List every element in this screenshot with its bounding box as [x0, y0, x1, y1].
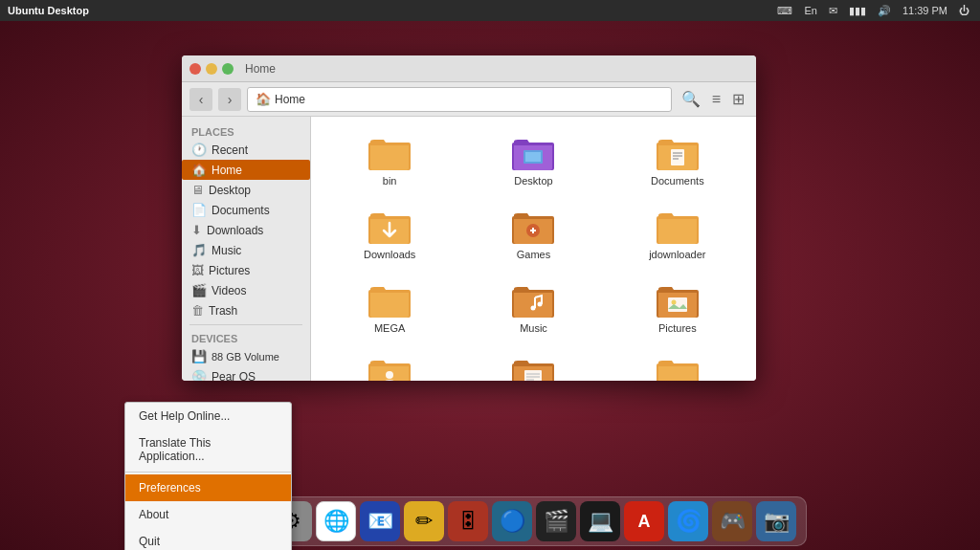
sidebar-item-desktop[interactable]: 🖥 Desktop	[182, 180, 310, 200]
88gb-label: 88 GB Volume	[212, 351, 279, 363]
back-button[interactable]: ‹	[189, 88, 212, 111]
svg-point-8	[538, 302, 543, 307]
folder-bin[interactable]: bin	[323, 128, 457, 192]
sidebar-item-music[interactable]: 🎵 Music	[182, 240, 310, 260]
jdownloader-label: jdownloader	[649, 249, 705, 260]
videos-label: Videos	[212, 284, 246, 297]
dock-mixer[interactable]: 🎛	[448, 501, 488, 541]
bin-label: bin	[383, 175, 397, 187]
music-folder-icon	[510, 281, 556, 319]
forward-button[interactable]: ›	[218, 88, 241, 111]
documents-label: Documents	[212, 204, 270, 217]
dock-chrome[interactable]: 🌐	[316, 501, 356, 541]
folder-jdownloader[interactable]: jdownloader	[611, 202, 745, 266]
power-icon: ⏻	[956, 5, 972, 16]
videos-icon: 🎬	[191, 283, 207, 297]
downloads-folder-icon	[367, 208, 412, 246]
pictures-icon: 🖼	[191, 263, 204, 277]
dock-clapper[interactable]: 🎬	[536, 501, 576, 541]
menu-item-preferences[interactable]: Preferences	[125, 474, 291, 501]
dock-terminal[interactable]: 💻	[580, 501, 620, 541]
location-bar[interactable]: 🏠 Home	[247, 87, 672, 112]
dock-editor[interactable]: ✏	[404, 501, 444, 541]
folder-public[interactable]: Public	[323, 349, 457, 381]
pearos-label: Pear OS	[212, 370, 256, 382]
downloads-folder-label: Downloads	[364, 249, 415, 260]
folder-games[interactable]: Games	[466, 202, 600, 266]
sidebar-item-downloads[interactable]: ⬇ Downloads	[182, 220, 310, 240]
search-button[interactable]: 🔍	[678, 88, 704, 110]
volume-icon: 💾	[191, 349, 207, 363]
documents-icon: 📄	[191, 203, 207, 217]
file-manager-window: Home ‹ › 🏠 Home 🔍 ≡ ⊞ Places 🕐 Recent 🏠 …	[182, 55, 756, 381]
time-display: 11:39 PM	[900, 5, 950, 16]
templates-folder-icon	[510, 355, 556, 381]
folder-grid: bin Desktop Documents	[323, 128, 745, 381]
sidebar-divider	[189, 324, 302, 325]
menu-item-about[interactable]: About	[125, 501, 291, 528]
dock-photobooth[interactable]: 📷	[756, 501, 796, 541]
sidebar-item-videos[interactable]: 🎬 Videos	[182, 280, 310, 300]
recent-icon: 🕐	[191, 143, 207, 157]
sidebar-item-recent[interactable]: 🕐 Recent	[182, 140, 310, 160]
grid-view-button[interactable]: ⊞	[728, 88, 748, 110]
pictures-folder-icon	[655, 281, 701, 319]
photobooth-icon: 📷	[764, 509, 790, 534]
desktop-icon: 🖥	[191, 183, 204, 197]
dock-appstore[interactable]: A	[624, 501, 664, 541]
folder-downloads[interactable]: Downloads	[323, 202, 457, 266]
menu-item-quit[interactable]: Quit	[125, 528, 291, 550]
folder-untitled[interactable]: Untitled Folder	[611, 349, 745, 381]
folder-desktop[interactable]: Desktop	[466, 128, 600, 192]
mail-indicator: ✉	[826, 5, 840, 17]
sidebar-item-home[interactable]: 🏠 Home	[182, 160, 310, 180]
music-icon: 🎵	[191, 243, 207, 257]
desktop-folder-icon	[510, 134, 556, 172]
sidebar-item-pearos[interactable]: 💿 Pear OS	[182, 366, 310, 381]
sidebar-item-88gb[interactable]: 💾 88 GB Volume	[182, 346, 310, 366]
list-view-button[interactable]: ≡	[708, 88, 724, 110]
game-icon: 🎮	[720, 509, 746, 534]
places-label: Places	[182, 122, 310, 140]
main-content: bin Desktop Documents	[311, 117, 756, 381]
sidebar-item-trash[interactable]: 🗑 Trash	[182, 300, 310, 320]
home-label: Home	[212, 164, 242, 177]
close-button[interactable]	[189, 63, 201, 75]
folder-pictures[interactable]: Pictures	[611, 275, 745, 340]
pictures-folder-label: Pictures	[658, 322, 697, 334]
clapper-icon: 🎬	[544, 509, 569, 534]
sidebar-item-documents[interactable]: 📄 Documents	[182, 200, 310, 220]
dock-appindicator[interactable]: 🔵	[492, 501, 532, 541]
folder-templates[interactable]: Templates	[466, 349, 600, 381]
games-folder-label: Games	[517, 249, 550, 260]
minimize-button[interactable]	[206, 63, 217, 75]
maximize-button[interactable]	[222, 63, 234, 75]
dock-game[interactable]: 🎮	[712, 501, 752, 541]
desktop-folder-label: Desktop	[514, 175, 552, 187]
folder-music[interactable]: Music	[466, 275, 600, 340]
dock-thunderbird[interactable]: 📧	[360, 501, 400, 541]
menu-item-help[interactable]: Get Help Online...	[125, 403, 291, 429]
dock-browser2[interactable]: 🌀	[668, 501, 708, 541]
sidebar: Places 🕐 Recent 🏠 Home 🖥 Desktop 📄 Docum…	[182, 117, 311, 381]
trash-icon: 🗑	[191, 303, 204, 318]
menu-item-translate[interactable]: Translate This Application...	[125, 429, 291, 470]
editor-icon: ✏	[415, 509, 433, 534]
music-folder-label: Music	[520, 322, 547, 334]
toolbar-icons: 🔍 ≡ ⊞	[678, 88, 748, 110]
window-body: Places 🕐 Recent 🏠 Home 🖥 Desktop 📄 Docum…	[182, 117, 756, 381]
games-folder-icon	[510, 208, 556, 246]
sidebar-item-pictures[interactable]: 🖼 Pictures	[182, 260, 310, 280]
home-sidebar-icon: 🏠	[191, 163, 207, 177]
mixer-icon: 🎛	[457, 509, 479, 534]
trash-label: Trash	[209, 304, 237, 318]
mega-folder-icon	[367, 281, 412, 319]
keyboard-indicator: ⌨	[774, 5, 795, 17]
svg-rect-2	[671, 149, 684, 165]
top-bar: Ubuntu Desktop ⌨ En ✉ ▮▮▮ 🔊 11:39 PM ⏻	[0, 0, 980, 21]
folder-documents[interactable]: Documents	[611, 128, 745, 192]
svg-point-10	[671, 300, 676, 305]
recent-label: Recent	[212, 143, 248, 157]
folder-mega[interactable]: MEGA	[323, 275, 457, 340]
desktop-label: Desktop	[209, 184, 251, 197]
